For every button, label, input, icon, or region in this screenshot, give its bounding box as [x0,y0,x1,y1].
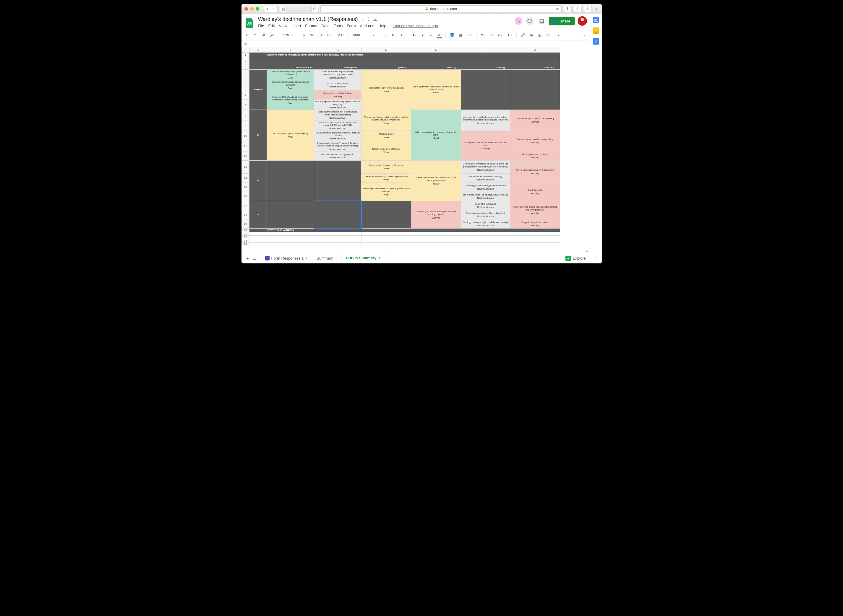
cell[interactable]: STEVE PURKIS VARIATION [249,228,560,232]
add-sheet-button[interactable]: ＋ [246,256,250,261]
col-header[interactable]: E [411,47,461,53]
cell[interactable] [411,232,461,235]
cell[interactable]: A bias towards the new (be curious, take… [411,160,461,201]
cell[interactable] [249,235,266,239]
row-header[interactable]: 1 [241,53,249,57]
cell[interactable]: Be pragmatic (it doesn't matter if the c… [314,141,361,151]
collapse-panel-button[interactable]: › [595,255,596,260]
row-header[interactable]: 15 [241,182,249,192]
cell[interactable] [510,242,560,246]
format-more-button[interactable]: 123▼ [335,32,345,39]
share-button[interactable]: 👤Share [549,17,574,25]
cell[interactable]: Use appropriate tools (eg. mapping, fina… [314,131,361,141]
merge-cells-button[interactable]: ▭▼ [466,32,474,39]
row-header[interactable]: 7 [241,100,249,110]
cell[interactable]: Phase I [249,70,266,110]
wrap-button[interactable]: ↩︎▼ [497,32,504,39]
cell[interactable] [314,239,361,242]
text-color-button[interactable]: A [436,32,443,39]
row-header[interactable]: 22 [241,235,249,239]
cell[interactable] [411,235,461,239]
row-header[interactable]: 8 [241,110,249,120]
menu-tools[interactable]: Tools [334,23,343,28]
minimize-window-button[interactable] [250,7,254,11]
strike-button[interactable]: S [428,32,434,39]
cell[interactable]: Think big (inspire others, provide direc… [461,182,510,192]
all-sheets-button[interactable]: ☰ [253,256,257,260]
nav-back-button[interactable]: ‹ [264,6,271,12]
insert-link-button[interactable]: 🔗 [519,32,527,39]
cell[interactable] [510,70,560,110]
cell[interactable]: There is no one culture (eg. pioneers, s… [510,201,560,219]
cell[interactable]: A bias towards action (learn by playing … [411,110,461,161]
row-header[interactable]: 19 [241,219,249,228]
cell[interactable] [362,201,411,228]
row-header[interactable]: 10 [241,131,249,141]
cell[interactable]: Effectiveness over efficiencyWeak [362,141,411,160]
row-header[interactable]: 3 [241,65,249,70]
row-header[interactable]: 24 [241,242,249,246]
calendar-icon[interactable]: 31 [593,17,599,23]
cell[interactable]: Know your users (eg. customers, stakehol… [314,70,361,80]
account-avatar[interactable] [578,16,587,26]
tabs-button[interactable]: ⧉ [584,6,592,12]
download-button[interactable]: ⬇︎ [564,6,572,12]
hscroll-area[interactable]: ◂▸ [241,249,590,253]
select-all-corner[interactable] [241,47,249,53]
cell[interactable] [510,235,560,239]
col-header[interactable]: G [510,47,560,53]
paint-format-button[interactable]: 🖌 [269,32,275,39]
close-window-button[interactable] [244,7,248,11]
format-currency-button[interactable]: $ [300,32,307,39]
cell[interactable] [266,232,314,235]
doc-title[interactable]: Wardley's doctrine chart v1.1 (Responses… [258,16,358,22]
menu-edit[interactable]: Edit [268,23,275,28]
cell[interactable]: IV [249,201,266,228]
col-header[interactable]: C [314,47,361,53]
row-header[interactable]: 21 [241,232,249,235]
fill-color-button[interactable]: 🪣 [449,32,456,39]
row-header[interactable]: 6 [241,90,249,100]
insert-chart-button[interactable]: ▥ [537,32,543,39]
font-size-inc-button[interactable]: + [399,32,405,39]
cell[interactable] [314,160,361,201]
col-header[interactable]: A [249,47,266,53]
tab-purkis-summary[interactable]: Purkis Summary▼ [342,253,385,263]
cell[interactable]: Manage failureWeak [362,131,411,141]
collaborator-avatar[interactable]: S [515,17,522,25]
menu-form[interactable]: Form [347,23,356,28]
row-header[interactable]: 13 [241,160,249,173]
cell[interactable]: Think aptitude and attitudeWarning [510,151,560,160]
new-tab-button[interactable]: ＋ [594,6,599,12]
cell[interactable]: Challenge assumptions (speak up and ques… [266,80,314,90]
cell[interactable]: Use a common language (necessary for col… [266,70,314,80]
cell[interactable] [314,242,361,246]
font-size-dec-button[interactable]: − [382,32,388,39]
cell[interactable]: Communication Development Operation Lear… [249,57,560,70]
cell[interactable]: Think small (as in know the details)Weak [362,70,411,110]
cell[interactable]: II [249,110,266,161]
cell[interactable]: Design for constant evolutionWarning [510,219,560,228]
cell[interactable] [461,70,510,110]
cell[interactable]: Strategy is iterative not linear (fast r… [461,131,510,160]
cell[interactable]: Use standards where appropriateNeutral/u… [314,151,361,160]
cell[interactable]: Be the owner (take responsibility)Neutra… [461,173,510,182]
cell[interactable] [266,201,314,228]
insert-comment-button[interactable]: ⊕ [528,32,535,39]
font-size-value[interactable]: 10 [390,33,396,37]
row-header[interactable]: 11 [241,141,249,151]
cell[interactable] [266,235,314,239]
cell[interactable]: Commit to the direction, be adaptive alo… [461,160,510,173]
cell[interactable] [362,232,411,235]
cell[interactable] [411,239,461,242]
cell[interactable] [249,239,266,242]
cell[interactable]: Provide purpose, mastery & autonomyWarni… [510,160,560,182]
undo-button[interactable]: ↶ [244,32,250,39]
italic-button[interactable]: I [419,32,426,39]
spreadsheet-grid[interactable]: A B C D E F G 1 Wardley's Doctrine (univ… [241,47,590,249]
cell[interactable]: Optimise flow (remove bottlenecks)Weak [362,160,411,173]
cell[interactable]: Strategy is complex (there will be uncer… [461,219,510,228]
row-header[interactable]: 5 [241,80,249,90]
cell[interactable] [266,239,314,242]
cell[interactable] [314,232,361,235]
